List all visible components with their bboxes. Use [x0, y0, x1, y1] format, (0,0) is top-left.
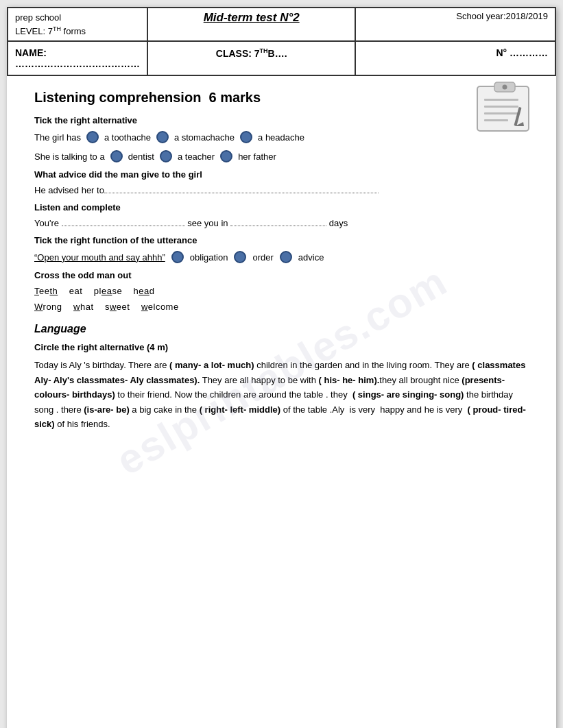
- choice1: ( many- a lot- much): [169, 360, 254, 370]
- q1-prefix: The girl has: [34, 132, 81, 143]
- utt-opt3: advice: [298, 252, 324, 263]
- exam-title: Mid-term test N°2: [147, 8, 355, 41]
- main-content: Listening comprehension 6 marks Tick the…: [7, 76, 556, 452]
- utt-opt2: order: [252, 252, 273, 263]
- class-field: CLASS: 7thB….: [147, 41, 355, 75]
- advice-dots: [104, 193, 379, 193]
- level-label: LEVEL: 7TH forms: [15, 26, 86, 36]
- svg-point-2: [503, 85, 507, 90]
- odd1-teeth: Teeth: [34, 286, 58, 296]
- header-table: prep school LEVEL: 7TH forms Mid-term te…: [7, 7, 556, 76]
- name-field: NAME: …………………………………: [8, 41, 147, 75]
- utt-radio2[interactable]: [234, 251, 246, 263]
- q2-opt2: a teacher: [178, 151, 215, 162]
- q1-opt3: a headache: [258, 132, 304, 143]
- number-field: N° …………: [355, 41, 555, 75]
- odd1-eat: eat: [69, 286, 83, 296]
- odd2-sweet: sweet: [105, 302, 130, 312]
- q2-radio2[interactable]: [160, 150, 172, 162]
- choice3: ( his- he- him).: [319, 375, 380, 385]
- language-section-title: Language: [34, 323, 529, 335]
- circle-label: Circle the right alternative (4 m): [34, 342, 529, 352]
- utt-radio3[interactable]: [280, 251, 292, 263]
- choice5: ( sings- are singing- song): [352, 389, 464, 400]
- choice2: ( classmates Aly- Aly's classmates- Aly …: [34, 360, 525, 385]
- utterance-text: “Open your mouth and say ahhh”: [34, 252, 165, 263]
- svg-rect-6: [484, 119, 508, 121]
- q2-opt3: her father: [238, 151, 276, 162]
- q2-radio1[interactable]: [110, 150, 123, 162]
- function-label: Tick the right function of the utterance: [34, 235, 529, 245]
- tick-label: Tick the right alternative: [34, 115, 529, 125]
- svg-rect-5: [484, 112, 518, 114]
- q1-radio3[interactable]: [240, 131, 252, 143]
- odd2-welcome: welcome: [141, 302, 179, 312]
- svg-rect-4: [484, 106, 518, 108]
- listening-section-title: Listening comprehension 6 marks: [34, 90, 529, 106]
- odd2-what: what: [73, 302, 93, 312]
- youre-dots2: [230, 226, 326, 226]
- odd-row1: Teeth eat please head: [34, 286, 529, 296]
- youre-line: You're see you in days: [34, 218, 529, 228]
- q1-row: The girl has a toothache a stomachache a…: [34, 131, 529, 143]
- q1-opt2: a stomachache: [174, 132, 235, 143]
- utt-radio1[interactable]: [171, 251, 184, 263]
- odd2-wrong: Wrong: [34, 302, 62, 312]
- utterance-row: “Open your mouth and say ahhh” obligatio…: [34, 251, 529, 263]
- advised-line: He advised her to: [34, 185, 529, 195]
- choice7: ( right- left- middle): [200, 404, 280, 415]
- q1-radio2[interactable]: [156, 131, 169, 143]
- school-year: School year:2018/2019: [355, 8, 555, 41]
- language-paragraph: Today is Aly 's birthday. There are ( ma…: [34, 358, 529, 431]
- odd-row2: Wrong what sweet welcome: [34, 302, 529, 312]
- q2-radio3[interactable]: [220, 150, 232, 162]
- svg-rect-3: [484, 99, 518, 101]
- youre-dots1: [62, 226, 185, 226]
- clipboard-icon: [474, 80, 536, 134]
- q2-opt1: dentist: [128, 151, 154, 162]
- q1-opt1: a toothache: [104, 132, 151, 143]
- odd1-head: head: [134, 286, 155, 296]
- q2-prefix: She is talking to a: [34, 151, 105, 162]
- q1-radio1[interactable]: [86, 131, 99, 143]
- utt-opt1: obligation: [190, 252, 228, 263]
- exam-page: eslprintables.com prep school LEVEL: 7TH…: [7, 7, 556, 728]
- complete-label: Listen and complete: [34, 202, 529, 213]
- q2-row: She is talking to a dentist a teacher he…: [34, 150, 529, 162]
- school-name: prep school: [15, 12, 61, 23]
- school-info: prep school LEVEL: 7TH forms: [8, 8, 147, 41]
- advice-label: What advice did the man give to the girl: [34, 169, 529, 180]
- odd-label: Cross the odd man out: [34, 270, 529, 280]
- odd1-please: please: [94, 286, 122, 296]
- choice6: (is-are- be): [84, 404, 129, 415]
